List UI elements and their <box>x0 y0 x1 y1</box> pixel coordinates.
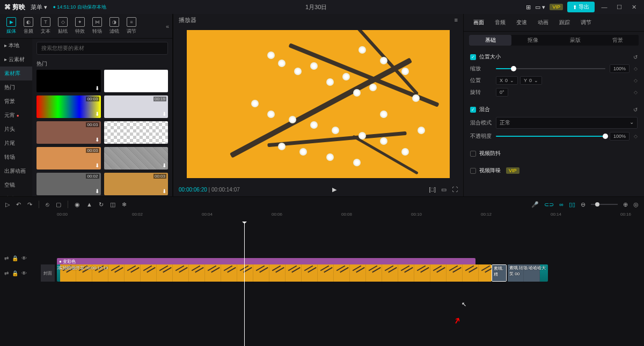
mic-icon[interactable]: 🎤 <box>531 201 539 208</box>
play-button[interactable]: ▶ <box>332 186 336 193</box>
pos-keyframe-icon[interactable]: ◇ <box>634 78 638 83</box>
tab-effect[interactable]: ✦特效 <box>72 16 88 36</box>
close-button[interactable]: ✕ <box>629 4 640 11</box>
media-thumbnail[interactable]: 00:19⬇ <box>104 95 169 118</box>
media-thumbnail[interactable]: 00:03⬇ <box>36 121 101 144</box>
maximize-button[interactable]: ☐ <box>614 4 625 11</box>
tab-transition[interactable]: ⋈转场 <box>89 16 105 36</box>
track2-eye-icon[interactable]: 👁 <box>21 270 27 276</box>
tab-audio[interactable]: ◐音频 <box>20 16 36 36</box>
select-tool-icon[interactable]: ▷ <box>5 201 10 208</box>
sidebar-item-trans[interactable]: 转场 <box>0 150 32 164</box>
sidebar-item-hot[interactable]: 热门 <box>0 80 32 94</box>
track-toggle-icon[interactable]: ⇄ <box>4 255 9 261</box>
sidebar-item-library[interactable]: 素材库 <box>0 67 32 80</box>
freeze-icon[interactable]: ❄ <box>122 201 127 208</box>
minimize-button[interactable]: — <box>599 4 610 10</box>
sidebar-item-intro[interactable]: 片头 <box>0 122 32 136</box>
subtab-mask[interactable]: 蒙版 <box>554 35 596 46</box>
media-thumbnail[interactable]: ⬇ <box>104 70 169 92</box>
sidebar-item-bg[interactable]: 背景 <box>0 94 32 108</box>
prop-tab-audio[interactable]: 音频 <box>491 17 510 28</box>
zoom-slider[interactable] <box>591 204 618 205</box>
video-clip-1[interactable]: 实拍植物开花 00:00:12:19 > <box>57 264 492 282</box>
prop-tab-track[interactable]: 跟踪 <box>555 17 574 28</box>
shortcut-icon[interactable]: ⊞ <box>526 4 531 11</box>
link-icon[interactable]: ∞ <box>559 201 564 208</box>
zoom-fit-icon[interactable]: ◎ <box>633 201 639 208</box>
timeline-ruler[interactable]: 00:00 00:02 00:04 00:06 00:08 00:10 00:1… <box>41 212 644 222</box>
track2-toggle-icon[interactable]: ⇄ <box>4 270 9 276</box>
layout-icon[interactable]: ▭ ▾ <box>535 4 545 11</box>
track-eye-icon[interactable]: 👁 <box>21 255 27 261</box>
denoise-check[interactable] <box>470 168 476 174</box>
media-thumbnail[interactable]: 00:03⬇ <box>36 95 101 118</box>
magnet-on-icon[interactable]: ⊂⊃ <box>544 201 554 208</box>
opacity-keyframe-icon[interactable]: ◇ <box>634 134 638 139</box>
ratio-icon[interactable]: ▭ <box>441 186 447 193</box>
video-clip-2[interactable]: 素哦.精 <box>492 264 507 282</box>
tab-text[interactable]: T文本 <box>38 16 54 36</box>
reset-blend-icon[interactable]: ↺ <box>633 107 638 113</box>
warn-icon[interactable]: ▲ <box>86 201 92 208</box>
blend-mode-select[interactable]: 正常⌄ <box>496 117 638 129</box>
vip-badge[interactable]: VIP <box>550 4 563 10</box>
pos-x-input[interactable]: X 0 ⌄ <box>496 76 518 85</box>
pos-y-input[interactable]: Y 0 ⌄ <box>520 76 542 85</box>
scale-slider[interactable] <box>496 68 605 69</box>
player-menu-icon[interactable]: ≡ <box>455 17 458 23</box>
cover-button[interactable]: 封面 <box>41 264 55 282</box>
scale-fit-icon[interactable]: [□] <box>429 186 436 193</box>
sidebar-item-yuanxiao[interactable]: 元宵 ● <box>0 108 32 122</box>
fullscreen-icon[interactable]: ⛶ <box>452 186 458 193</box>
media-thumbnail[interactable]: 00:03⬇ <box>104 173 169 195</box>
collapse-icon[interactable]: « <box>166 23 169 30</box>
track2-lock-icon[interactable]: 🔒 <box>12 270 18 276</box>
tracks-area[interactable]: ⇄ 🔒 👁 ● 变彩色 ⇄ 🔒 👁 封面 实拍植物开花 00:00:12:19 … <box>0 222 644 346</box>
mark-in-icon[interactable]: ◉ <box>75 201 80 208</box>
playhead[interactable] <box>244 222 245 346</box>
prop-tab-adjust[interactable]: 调节 <box>576 17 596 28</box>
search-input[interactable]: 搜索您想要的素材 <box>36 42 168 55</box>
media-thumbnail[interactable]: ⬇ <box>36 70 101 92</box>
opacity-slider[interactable] <box>496 136 605 137</box>
undo-icon[interactable]: ↶ <box>16 201 21 208</box>
export-button[interactable]: ⬆ 导出 <box>567 2 595 12</box>
rotation-input[interactable]: 0° <box>496 88 508 97</box>
menu-dropdown[interactable]: 菜单 ▾ <box>31 3 47 11</box>
sidebar-item-cloud[interactable]: ▸ 云素材 <box>0 53 32 67</box>
preview-canvas[interactable] <box>187 30 450 178</box>
sidebar-item-meme[interactable]: 情绪爆梗 <box>0 192 32 196</box>
tab-adjust[interactable]: ≡调节 <box>123 16 140 36</box>
prop-tab-anim[interactable]: 动画 <box>533 17 553 28</box>
zoom-in-icon[interactable]: ⊕ <box>623 201 628 208</box>
subtab-basic[interactable]: 基础 <box>469 35 511 46</box>
stabilize-check[interactable] <box>470 151 476 157</box>
prop-tab-speed[interactable]: 变速 <box>512 17 531 28</box>
media-thumbnail[interactable]: 00:03⬇ <box>36 147 101 170</box>
rot-keyframe-icon[interactable]: ◇ <box>634 90 638 95</box>
reverse-icon[interactable]: ↻ <box>99 201 104 208</box>
tab-media[interactable]: ▶媒体 <box>3 16 19 36</box>
tab-sticker[interactable]: ◇贴纸 <box>55 16 71 36</box>
track-lock-icon[interactable]: 🔒 <box>12 255 18 261</box>
sidebar-item-outscreen[interactable]: 出屏动画 <box>0 164 32 178</box>
position-size-check[interactable]: ✓ <box>470 54 476 60</box>
prop-tab-picture[interactable]: 画面 <box>469 17 488 28</box>
subtab-cutout[interactable]: 抠像 <box>511 35 554 46</box>
sidebar-item-outro[interactable]: 片尾 <box>0 136 32 150</box>
redo-icon[interactable]: ↷ <box>27 201 32 208</box>
opacity-value[interactable]: 100% <box>610 132 630 141</box>
crop-icon[interactable]: ◫ <box>110 201 115 208</box>
reset-pos-icon[interactable]: ↺ <box>633 54 638 60</box>
tab-filter[interactable]: ◑滤镜 <box>106 16 122 36</box>
sidebar-item-empty[interactable]: 空镜 <box>0 178 32 192</box>
blend-check[interactable]: ✓ <box>470 107 476 113</box>
delete-icon[interactable]: ▢ <box>56 201 61 208</box>
scale-keyframe-icon[interactable]: ◇ <box>634 66 638 71</box>
zoom-out-icon[interactable]: ⊖ <box>581 201 586 208</box>
media-thumbnail[interactable]: ⬇ <box>104 121 169 144</box>
media-thumbnail[interactable]: ⬇ <box>104 147 169 170</box>
scale-value[interactable]: 100% <box>610 64 630 73</box>
subtab-bg[interactable]: 背景 <box>596 35 639 46</box>
